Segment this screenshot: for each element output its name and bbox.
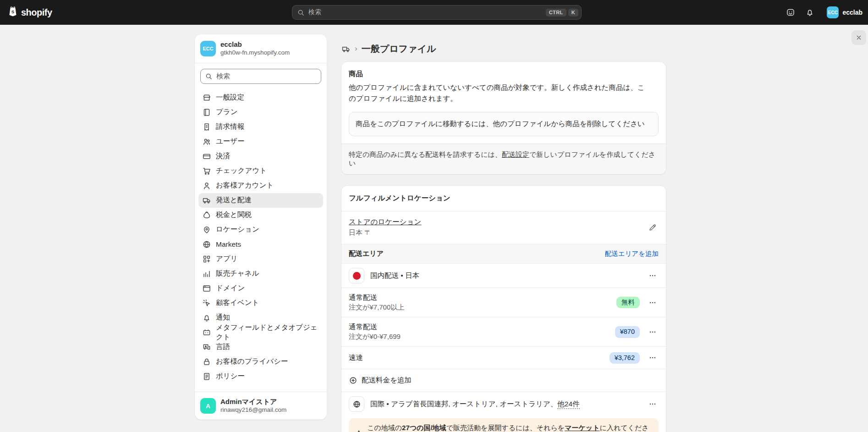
sidebar-item-shipping-delivery[interactable]: 発送と配達 [198,193,323,208]
notifications-icon [805,8,814,17]
notifications-button[interactable] [802,5,818,20]
shipping-zones-header: 配送エリア 配送エリアを追加 [341,244,666,264]
markets-warning-banner: この地域の27つの国/地域で販売活動を展開するには、それらをマーケットに入れてく… [349,418,659,432]
rate-menu-button[interactable] [647,352,659,364]
shopify-settings-page: S shopify 検索 CTRL K ECC ecclab ECC eccl [0,0,868,432]
search-shortcut: CTRL K [546,9,578,17]
rate-price-badge: ¥870 [615,326,640,338]
search-icon [297,9,305,17]
store-location-link[interactable]: ストアのロケーション [349,218,421,226]
sidebar-store-header[interactable]: ECC ecclab gtkh0w-fn.myshopify.com [195,34,327,63]
rate-menu-button[interactable] [647,326,659,338]
store-name-label: ecclab [842,9,863,16]
fulfillment-card: フルフィルメントロケーション ストアのロケーション 日本 〒 配送エリア 配送エ… [341,186,666,432]
pin-icon [202,225,211,234]
sidebar-item-customer-accounts[interactable]: お客様アカウント [198,178,323,193]
sidebar-item-payments[interactable]: 決済 [198,149,323,164]
sidebar-item-label: 請求情報 [216,122,244,132]
countries-count-link[interactable]: 27つの国/地域 [402,424,446,432]
plan-icon [202,108,211,117]
settings-sidebar: ECC ecclab gtkh0w-fn.myshopify.com 検索 一般… [195,34,327,420]
sidebar-item-sales-channels[interactable]: 販売チャネル [198,266,323,281]
global-search-input[interactable]: 検索 CTRL K [292,5,582,20]
languages-icon [202,343,211,352]
rate-price-badge: 無料 [616,297,640,309]
dots-icon [648,400,657,408]
sidebar-item-label: ロケーション [216,225,259,234]
sidebar-item-label: 発送と配達 [216,195,252,205]
sidebar-item-checkout[interactable]: チェックアウト [198,164,323,178]
settings-content: › 一般プロファイル 商品 他のプロファイルに含まれていないすべての商品が対象で… [341,43,666,432]
checkout-icon [202,166,211,176]
topbar-actions: ECC ecclab [783,0,865,25]
sidebar-item-plan[interactable]: プラン [198,105,323,120]
add-zone-link[interactable]: 配送エリアを追加 [605,249,659,258]
taxes-icon [202,210,211,220]
domains-icon [202,284,211,293]
store-location-row: ストアのロケーション 日本 〒 [341,211,666,244]
edit-location-button[interactable] [647,222,659,233]
ctrl-key-badge: CTRL [546,9,566,17]
store-initials-badge: ECC [827,6,839,18]
add-rate-button[interactable]: 配送料金を追加 [341,369,666,392]
products-card: 商品 他のプロファイルに含まれていないすべての商品が対象です。新しく作成された商… [341,62,666,174]
settings-nav: 一般設定プラン請求情報ユーザー決済チェックアウトお客様アカウント発送と配達税金と… [195,89,327,385]
international-zone-menu-button[interactable] [647,398,659,410]
more-countries-link[interactable]: 他24件 [557,400,579,409]
sidebar-item-customer-privacy[interactable]: お客様のプライバシー [198,354,323,369]
sidebar-item-markets[interactable]: Markets [198,237,323,252]
products-card-title: 商品 [349,69,659,79]
store-avatar-badge: ECC [200,41,216,56]
sidebar-store-domain: gtkh0w-fn.myshopify.com [220,49,290,57]
rate-name: 速達 [349,353,363,362]
sidebar-item-taxes-duties[interactable]: 税金と関税 [198,208,323,222]
lock-icon [202,357,211,366]
sidekick-icon [786,8,795,17]
sidebar-item-label: ドメイン [216,283,245,293]
domestic-zone-menu-button[interactable] [647,270,659,282]
shopify-logo[interactable]: S shopify [7,0,52,25]
chevron-right-icon: › [355,44,357,53]
account-menu[interactable]: ECC ecclab [824,5,865,20]
apps-icon [202,255,211,264]
users-icon [202,137,211,146]
sidebar-item-domains[interactable]: ドメイン [198,281,323,296]
markets-link[interactable]: マーケット [565,424,599,432]
global-search-placeholder: 検索 [308,8,321,17]
sidebar-item-metafields[interactable]: メタフィールドとメタオブジェクト [198,325,323,340]
truck-icon[interactable] [341,44,351,54]
sidekick-button[interactable] [783,5,798,20]
sidebar-item-customer-events[interactable]: 顧客イベント [198,296,323,310]
sidebar-item-general-settings[interactable]: 一般設定 [198,90,323,105]
sidebar-item-policies[interactable]: ポリシー [198,369,323,384]
close-button[interactable] [852,30,866,45]
sidebar-item-locations[interactable]: ロケーション [198,222,323,237]
sidebar-store-name: ecclab [220,40,290,49]
person-icon [202,181,211,190]
sidebar-item-label: Markets [216,240,241,249]
globe-icon [349,396,364,412]
add-rate-label: 配送料金を追加 [362,376,412,385]
sidebar-item-apps[interactable]: アプリ [198,252,323,266]
events-icon [202,299,211,308]
sidebar-item-billing[interactable]: 請求情報 [198,120,323,134]
sidebar-account[interactable]: A Adminマイストア rinawqy216@gmail.com [195,392,327,420]
japan-flag-icon [349,268,364,283]
metafields-icon [202,328,211,337]
rate-condition: 注文が¥7,700以上 [349,303,404,312]
shopify-wordmark: shopify [21,7,52,18]
payments-icon [202,152,211,161]
settings-search-input[interactable]: 検索 [200,69,321,84]
products-card-footer: 特定の商品のみに異なる配送料を請求するには、配送設定で新しいプロファイルを作成し… [341,144,666,174]
shipping-settings-link[interactable]: 配送設定 [502,150,529,158]
sidebar-item-label: 一般設定 [216,93,244,102]
footer-text-prefix: 特定の商品のみに異なる配送料を請求するには、 [349,150,502,158]
sidebar-item-label: お客様アカウント [216,181,274,190]
store-icon [202,93,211,102]
k-key-badge: K [568,9,578,17]
sidebar-item-label: チェックアウト [216,166,267,176]
sidebar-item-users[interactable]: ユーザー [198,134,323,149]
pencil-icon [648,223,657,232]
rate-menu-button[interactable] [647,297,659,309]
rate-row: 通常配送注文が¥0-¥7,699¥870 [341,317,666,346]
